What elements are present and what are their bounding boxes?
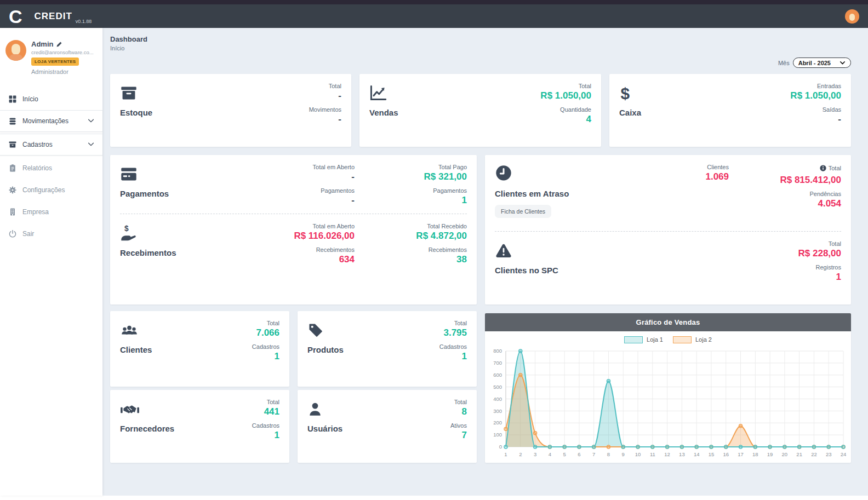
sidebar-item-label: Empresa [22,208,49,216]
sidebar-item-inicio[interactable]: Início [0,88,102,110]
clock-icon [495,164,616,182]
stat-value: 7.066 [252,327,279,338]
sidebar-item-label: Cadastros [22,141,53,148]
card-caixa: $ Caixa EntradasR$ 1.050,00 Saídas- [609,74,851,147]
svg-text:$: $ [620,84,630,101]
stat-value: 1 [439,351,467,362]
stat-label: Total Recebido [355,223,467,229]
card-title: Caixa [619,108,641,117]
stat-value: - [242,171,355,182]
stat-label: Total em Aberto [242,223,355,229]
month-select[interactable]: Abril - 2025 [793,58,851,68]
sidebar-item-movimentacoes[interactable]: Movimentações [0,110,102,132]
svg-text:24: 24 [841,451,847,457]
sidebar-item-label: Relatórios [22,164,52,172]
building-icon [8,208,17,217]
warning-icon [495,240,616,259]
svg-text:18: 18 [752,451,758,457]
stat-value: 4 [540,114,591,125]
stat-label: Total [540,83,591,89]
svg-text:100: 100 [493,432,502,438]
stat-value: 38 [355,254,467,265]
stat-label: Pendências [729,191,841,197]
stat-value: 634 [242,254,355,265]
month-filter-label: Mês [778,60,790,66]
users-icon [120,320,152,338]
edit-pencil-icon[interactable] [56,41,62,48]
ficha-de-clientes-button[interactable]: Ficha de Clientes [495,205,551,218]
stat-value: 1 [729,272,841,283]
svg-text:1: 1 [504,451,507,457]
sidebar-item-relatorios[interactable]: Relatórios [0,157,102,179]
grid-icon [8,95,17,104]
stat-value: 8 [450,406,467,417]
card-atraso-spc: Clientes em Atraso Ficha de Clientes Cli… [485,155,851,304]
card-clientes: Clientes Total7.066 Cadastros1 [110,311,289,387]
svg-text:23: 23 [826,451,832,457]
sidebar-item-empresa[interactable]: Empresa [0,201,102,223]
stat-value: R$ 4.872,00 [355,231,467,242]
stat-label: Cadastros [252,343,279,350]
sales-chart[interactable]: 0100200300400500600700800123456789101112… [485,348,851,460]
avatar-head [12,44,20,55]
svg-text:300: 300 [493,408,502,414]
legend-item[interactable]: Loja 1 [624,336,663,343]
chevron-down-icon [87,140,95,150]
chevron-down-icon [840,60,846,66]
svg-text:$: $ [124,225,129,233]
svg-text:10: 10 [635,451,641,457]
card-pagamentos-recebimentos: Pagamentos Total em Aberto- Pagamentos- … [110,155,477,304]
svg-text:3: 3 [534,451,536,457]
clipboard-icon [8,164,17,173]
svg-text:8: 8 [607,451,610,457]
stat-value: R$ 1.050,00 [790,90,841,101]
stat-label: Entradas [790,83,841,89]
chevron-down-icon [87,117,95,126]
sidebar-item-label: Sair [22,230,34,238]
svg-text:600: 600 [493,372,502,378]
sidebar-item-label: Configurações [22,186,65,194]
stat-label: Cadastros [252,422,279,429]
svg-text:500: 500 [493,384,502,390]
stat-value: R$ 116.026,00 [242,231,355,242]
sidebar-item-cadastros[interactable]: Cadastros [0,134,102,156]
power-icon [8,229,17,239]
svg-text:17: 17 [738,451,744,457]
card-usuarios: Usuários Total8 Ativos7 [298,390,477,463]
stat-label: Total [729,240,841,247]
stat-label: Cadastros [439,343,467,350]
stat-label: Total Pago [355,164,467,170]
sidebar-user-block: Admin credit@anronsoftware.co... LOJA VE… [0,28,102,81]
app-logo: C [9,7,22,26]
tag-icon [307,320,344,338]
stat-value: 1 [252,351,279,362]
svg-text:9: 9 [622,451,625,457]
svg-text:19: 19 [767,451,773,457]
chart-legend[interactable]: Loja 1Loja 2 [485,331,851,348]
stat-value: - [309,90,341,101]
avatar [5,40,26,61]
user-email: credit@anronsoftware.co... [31,49,94,55]
archive-icon [8,140,17,150]
stat-label: Quantidade [540,106,591,113]
breadcrumb: Início [110,45,124,51]
svg-text:4: 4 [549,451,551,457]
stat-value: 3.795 [439,327,467,338]
dashed-divider [120,214,467,214]
stat-label: Recebimentos [242,246,355,253]
svg-text:400: 400 [493,396,502,402]
user-role: Administrador [31,68,94,75]
store-badge[interactable]: LOJA VERTENTES [31,58,79,66]
card-fornecedores: Fornecedores Total441 Cadastros1 [110,390,289,463]
legend-item[interactable]: Loja 2 [673,336,712,343]
credit-card-icon [120,164,242,182]
stat-label: Total [252,320,279,326]
svg-text:14: 14 [694,451,700,457]
card-title: Clientes [120,345,152,354]
navbar-user-avatar[interactable] [845,9,859,24]
sidebar-item-sair[interactable]: Sair [0,223,102,245]
info-icon[interactable] [820,165,826,171]
brand-name: CREDIT [35,11,72,22]
sidebar-item-label: Movimentações [22,117,68,125]
sidebar-item-configuracoes[interactable]: Configurações [0,179,102,201]
